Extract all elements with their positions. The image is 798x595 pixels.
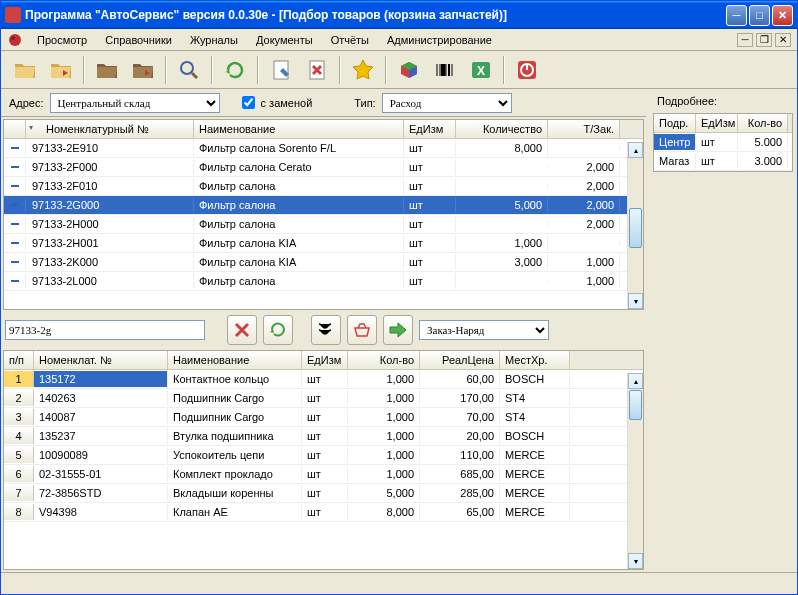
table-row[interactable]: 4135237Втулка подшипникашт1,00020,00BOSC… <box>4 427 643 446</box>
remove-icon[interactable] <box>227 315 257 345</box>
mdi-restore-button[interactable]: ❐ <box>756 33 772 47</box>
svg-point-1 <box>11 36 15 40</box>
svg-rect-15 <box>11 261 19 263</box>
close-button[interactable]: ✕ <box>772 5 793 26</box>
folder-next-icon[interactable] <box>45 54 77 86</box>
menu-Журналы[interactable]: Журналы <box>182 32 246 48</box>
svg-rect-9 <box>11 147 19 149</box>
table-row[interactable]: 510090089Успокоитель цепишт1,000110,00ME… <box>4 446 643 465</box>
menu-Справочники[interactable]: Справочники <box>97 32 180 48</box>
type-select[interactable]: Расход <box>382 93 512 113</box>
search-icon[interactable] <box>173 54 205 86</box>
barcode-icon[interactable] <box>429 54 461 86</box>
col-qty[interactable]: Количество <box>456 120 548 138</box>
details-panel: Подробнее: Подр. ЕдИзм Кол-во Центршт5.0… <box>649 89 797 572</box>
delete-icon[interactable] <box>301 54 333 86</box>
titlebar[interactable]: Программа "АвтоСервис" версия 0.0.30e - … <box>1 1 797 29</box>
col-loc[interactable]: МестХр. <box>500 351 570 369</box>
order-type-select[interactable]: Заказ-Наряд <box>419 320 549 340</box>
menu-bar: ПросмотрСправочникиЖурналыДокументыОтчёт… <box>1 29 797 51</box>
details-title: Подробнее: <box>653 93 793 109</box>
address-select[interactable]: Центральный склад <box>50 93 220 113</box>
col-part-number[interactable]: Номенклатурный № <box>26 120 194 138</box>
svg-point-0 <box>9 34 21 46</box>
scrollbar[interactable]: ▴ ▾ <box>627 142 643 309</box>
table-row[interactable]: 97133-2G000Фильтр салонашт5,0002,000 <box>4 196 643 215</box>
star-icon[interactable] <box>347 54 379 86</box>
col-name[interactable]: Наименование <box>194 120 404 138</box>
filter-bar: Адрес: Центральный склад с заменой Тип: … <box>1 89 646 117</box>
basket-icon[interactable] <box>347 315 377 345</box>
forward-icon[interactable] <box>383 315 413 345</box>
svg-rect-10 <box>11 166 19 168</box>
menu-Отчёты[interactable]: Отчёты <box>323 32 377 48</box>
table-row[interactable]: 2140263Подшипник Cargoшт1,000170,00ST4 <box>4 389 643 408</box>
mdi-icon <box>7 32 23 48</box>
with-replace-checkbox[interactable] <box>242 96 255 109</box>
table-row[interactable]: 97133-2H000Фильтр салонашт2,000 <box>4 215 643 234</box>
svg-point-2 <box>181 62 193 74</box>
table-row[interactable]: Магазшт3.000 <box>654 152 792 171</box>
search-input[interactable] <box>5 320 205 340</box>
app-icon <box>5 7 21 23</box>
table-row[interactable]: 8V94398Клапан AEшт8,00065,00MERCE <box>4 503 643 522</box>
refresh-action-icon[interactable] <box>263 315 293 345</box>
svg-rect-14 <box>11 242 19 244</box>
action-bar: Заказ-Наряд <box>1 312 646 348</box>
table-row[interactable]: 3140087Подшипник Cargoшт1,00070,00ST4 <box>4 408 643 427</box>
folder-open-icon[interactable] <box>9 54 41 86</box>
status-bar <box>1 572 797 594</box>
col-unit2[interactable]: ЕдИзм <box>302 351 348 369</box>
col-order[interactable]: Т/Зак. <box>548 120 620 138</box>
zebra-icon[interactable] <box>311 315 341 345</box>
menu-Администрирование[interactable]: Администрирование <box>379 32 500 48</box>
mdi-close-button[interactable]: ✕ <box>775 33 791 47</box>
table-row[interactable]: 97133-2H001Фильтр салона KIAшт1,000 <box>4 234 643 253</box>
table-row[interactable]: 97133-2F000Фильтр салона Ceratoшт2,000 <box>4 158 643 177</box>
table-row[interactable]: 97133-2F010Фильтр салонашт2,000 <box>4 177 643 196</box>
svg-rect-12 <box>11 204 19 206</box>
col-qty2[interactable]: Кол-во <box>348 351 420 369</box>
col-unit[interactable]: ЕдИзм <box>404 120 456 138</box>
folder-dark-next-icon[interactable] <box>127 54 159 86</box>
table-row[interactable]: 97133-2L000Фильтр салонашт1,000 <box>4 272 643 291</box>
table-row[interactable]: 772-3856STDВкладыши кореннышт5,000285,00… <box>4 484 643 503</box>
table-row[interactable]: Центршт5.000 <box>654 133 792 152</box>
table-row[interactable]: 97133-2E910Фильтр салона Sorento F/Lшт8,… <box>4 139 643 158</box>
col-marker[interactable] <box>4 120 26 138</box>
window-title: Программа "АвтоСервис" версия 0.0.30e - … <box>25 8 726 22</box>
refresh-icon[interactable] <box>219 54 251 86</box>
maximize-button[interactable]: □ <box>749 5 770 26</box>
col-rownum[interactable]: п/п <box>4 351 34 369</box>
with-replace-label: с заменой <box>261 97 313 109</box>
col-partnum2[interactable]: Номенклат. № <box>34 351 168 369</box>
details-grid[interactable]: Подр. ЕдИзм Кол-во Центршт5.000Магазшт3.… <box>653 113 793 172</box>
scrollbar-bottom[interactable]: ▴ ▾ <box>627 373 643 569</box>
cart-grid[interactable]: п/п Номенклат. № Наименование ЕдИзм Кол-… <box>3 350 644 570</box>
col-name2[interactable]: Наименование <box>168 351 302 369</box>
table-row[interactable]: 97133-2K000Фильтр салона KIAшт3,0001,000 <box>4 253 643 272</box>
menu-Просмотр[interactable]: Просмотр <box>29 32 95 48</box>
col-dept[interactable]: Подр. <box>654 114 696 132</box>
svg-rect-16 <box>11 280 19 282</box>
document-edit-icon[interactable] <box>265 54 297 86</box>
excel-icon[interactable]: X <box>465 54 497 86</box>
toolbar: X <box>1 51 797 89</box>
folder-dark-icon[interactable] <box>91 54 123 86</box>
power-icon[interactable] <box>511 54 543 86</box>
svg-rect-13 <box>11 223 19 225</box>
mdi-minimize-button[interactable]: ─ <box>737 33 753 47</box>
col-sunit[interactable]: ЕдИзм <box>696 114 738 132</box>
col-price[interactable]: РеалЦена <box>420 351 500 369</box>
svg-text:X: X <box>477 64 485 78</box>
table-row[interactable]: 602-31555-01Комплект прокладошт1,000685,… <box>4 465 643 484</box>
cube-icon[interactable] <box>393 54 425 86</box>
svg-rect-11 <box>11 185 19 187</box>
minimize-button[interactable]: ─ <box>726 5 747 26</box>
col-sqty[interactable]: Кол-во <box>738 114 788 132</box>
catalog-grid[interactable]: Номенклатурный № Наименование ЕдИзм Коли… <box>3 119 644 310</box>
address-label: Адрес: <box>9 97 44 109</box>
menu-Документы[interactable]: Документы <box>248 32 321 48</box>
type-label: Тип: <box>354 97 375 109</box>
table-row[interactable]: 1135172Контактное кольцошт1,00060,00BOSC… <box>4 370 643 389</box>
